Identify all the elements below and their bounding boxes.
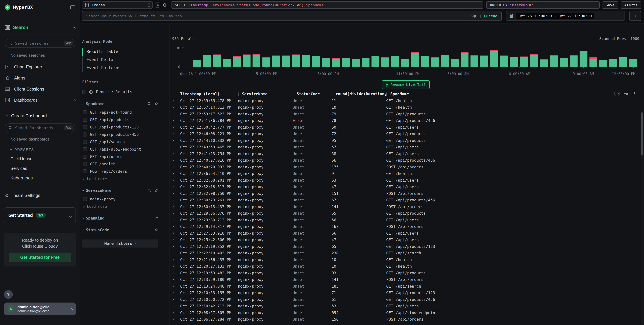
table-row[interactable]: Oct 27 12:08:57.305 PMnginx-proxyUnset69… bbox=[172, 310, 639, 316]
chevron-right-icon[interactable] bbox=[172, 299, 174, 300]
date-range-picker[interactable]: Oct 26 13:00:00 - Oct 27 13:00:00 bbox=[506, 11, 625, 21]
table-row[interactable]: Oct 27 12:32:08.750 PMnginx-proxyUnset15… bbox=[172, 190, 639, 197]
histogram-slot[interactable] bbox=[519, 48, 529, 67]
chevron-right-icon[interactable] bbox=[172, 120, 174, 122]
histogram-bar[interactable] bbox=[570, 56, 578, 67]
column-header-statuscode[interactable]: StatusCode bbox=[293, 92, 332, 96]
histogram-slot[interactable] bbox=[410, 48, 420, 67]
histogram-slot[interactable] bbox=[569, 48, 578, 67]
search-icon[interactable] bbox=[147, 189, 151, 193]
save-button[interactable]: Save bbox=[602, 1, 618, 9]
filter-item[interactable]: GET /api/products bbox=[82, 116, 158, 123]
histogram-slot[interactable] bbox=[529, 48, 539, 67]
sidebar-item-services[interactable]: Services bbox=[0, 166, 80, 171]
histogram-slot[interactable] bbox=[578, 48, 588, 67]
histogram-bar[interactable] bbox=[520, 57, 528, 67]
column-header-servicename[interactable]: ServiceName bbox=[238, 92, 293, 96]
histogram-bar[interactable] bbox=[203, 55, 211, 67]
histogram-slot[interactable] bbox=[400, 48, 410, 67]
sidebar-item-dashboards[interactable]: Dashboards bbox=[0, 95, 80, 106]
table-row[interactable]: Oct 27 12:32:58.201 PMnginx-proxyUnset53… bbox=[172, 177, 639, 184]
histogram-slot[interactable] bbox=[628, 48, 638, 67]
chevron-right-icon[interactable] bbox=[172, 226, 174, 228]
table-row[interactable]: Oct 27 12:57:14.313 PMnginx-proxyUnset10… bbox=[172, 104, 639, 111]
filter-checkbox[interactable] bbox=[83, 169, 87, 173]
filter-group-header[interactable]: ServiceName bbox=[82, 188, 158, 193]
chevron-right-icon[interactable] bbox=[172, 266, 174, 267]
filter-checkbox[interactable] bbox=[83, 147, 87, 151]
histogram-bar[interactable] bbox=[421, 56, 429, 67]
pin-icon[interactable] bbox=[154, 216, 158, 220]
table-row[interactable]: Oct 27 12:13:59.180 PMnginx-proxyUnset14… bbox=[172, 276, 639, 283]
sidebar-item-clickhouse[interactable]: ClickHouse bbox=[0, 156, 80, 161]
histogram-slot[interactable] bbox=[331, 48, 341, 67]
table-row[interactable]: Oct 27 12:06:27.284 PMnginx-proxyUnset15… bbox=[172, 316, 639, 323]
source-settings-button[interactable]: ⚙ bbox=[162, 2, 166, 8]
histogram-bar[interactable] bbox=[262, 58, 270, 67]
search-input[interactable] bbox=[86, 14, 468, 18]
help-button[interactable]: ? bbox=[4, 290, 13, 299]
histogram-slot[interactable] bbox=[370, 48, 380, 67]
get-started-free-button[interactable]: Get Started for Free bbox=[9, 253, 71, 262]
filter-item[interactable]: POST /api/orders bbox=[82, 168, 158, 175]
row-expand-cell[interactable] bbox=[172, 97, 180, 104]
filter-item[interactable]: GET /api/not-found bbox=[82, 109, 158, 116]
column-resize-handle[interactable] bbox=[332, 92, 332, 96]
histogram-bar[interactable] bbox=[382, 58, 389, 67]
histogram-slot[interactable] bbox=[351, 48, 360, 67]
source-select[interactable]: Traces bbox=[82, 1, 153, 9]
table-row[interactable]: Oct 27 12:53:17.623 PMnginx-proxyUnset79… bbox=[172, 111, 639, 117]
histogram-bar[interactable] bbox=[470, 56, 478, 67]
histogram-slot[interactable] bbox=[380, 48, 390, 67]
histogram-bar[interactable] bbox=[560, 58, 568, 67]
column-resize-handle[interactable] bbox=[386, 92, 387, 96]
histogram-bar[interactable] bbox=[590, 59, 597, 67]
denoise-results-row[interactable]: Denoise Results bbox=[82, 89, 158, 94]
row-expand-cell[interactable] bbox=[172, 131, 180, 137]
filter-item[interactable]: GET /api/users bbox=[82, 153, 158, 160]
chevron-right-icon[interactable] bbox=[172, 173, 174, 175]
chevron-right-icon[interactable] bbox=[172, 213, 174, 214]
pin-icon[interactable] bbox=[154, 102, 158, 106]
row-expand-cell[interactable] bbox=[172, 164, 180, 170]
chevron-right-icon[interactable] bbox=[172, 319, 174, 320]
select-clause-input[interactable]: SELECT Timestamp,ServiceName,StatusCode,… bbox=[171, 1, 483, 9]
histogram-bar[interactable] bbox=[272, 56, 280, 67]
row-expand-cell[interactable] bbox=[172, 316, 180, 323]
chevron-right-icon[interactable] bbox=[172, 193, 174, 194]
chevron-right-icon[interactable] bbox=[172, 252, 174, 254]
row-expand-cell[interactable] bbox=[172, 104, 180, 111]
row-expand-cell[interactable] bbox=[172, 210, 180, 217]
scrollbar-thumb[interactable] bbox=[641, 112, 643, 155]
histogram-bar[interactable] bbox=[312, 56, 320, 67]
sidebar-item-kubernetes[interactable]: Kubernetes bbox=[0, 175, 80, 181]
row-expand-cell[interactable] bbox=[172, 310, 180, 316]
filter-item[interactable]: GET /api/slow-endpoint bbox=[82, 146, 158, 153]
lucene-mode-button[interactable]: Lucene bbox=[484, 14, 497, 18]
filter-group-header[interactable]: SpanName bbox=[82, 102, 158, 106]
filter-item[interactable]: GET /api/search bbox=[82, 138, 158, 146]
histogram-slot[interactable] bbox=[549, 48, 559, 67]
histogram-slot[interactable] bbox=[281, 48, 291, 67]
search-icon[interactable] bbox=[147, 102, 151, 106]
table-row[interactable]: Oct 27 12:25:42.306 PMnginx-proxyUnset47… bbox=[172, 237, 639, 243]
histogram-bar[interactable] bbox=[540, 60, 548, 67]
sidebar-item-chart-explorer[interactable]: Chart Explorer bbox=[0, 61, 80, 72]
histogram-bar[interactable] bbox=[302, 55, 310, 67]
row-expand-cell[interactable] bbox=[172, 150, 180, 157]
table-row[interactable]: Oct 27 12:29:30.712 PMnginx-proxyUnset56… bbox=[172, 217, 639, 223]
filter-item[interactable]: nginx-proxy bbox=[82, 195, 158, 203]
column-resize-handle[interactable] bbox=[238, 92, 238, 96]
histogram-slot[interactable] bbox=[232, 48, 242, 67]
row-expand-cell[interactable] bbox=[172, 117, 180, 124]
histogram-bar[interactable] bbox=[401, 59, 409, 67]
histogram-slot[interactable] bbox=[588, 48, 598, 67]
pin-icon[interactable] bbox=[154, 189, 158, 193]
column-resize-handle[interactable] bbox=[293, 92, 293, 96]
histogram-slot[interactable] bbox=[271, 48, 281, 67]
histogram-bar[interactable] bbox=[223, 59, 231, 67]
table-row[interactable]: Oct 27 12:29:14.817 PMnginx-proxyUnset16… bbox=[172, 223, 639, 230]
column-header-spanname[interactable]: SpanName bbox=[386, 92, 639, 96]
table-row[interactable]: Oct 27 12:10:42.713 PMnginx-proxyUnset53… bbox=[172, 303, 639, 310]
table-row[interactable]: Oct 27 12:50:42.777 PMnginx-proxyUnset50… bbox=[172, 124, 639, 131]
